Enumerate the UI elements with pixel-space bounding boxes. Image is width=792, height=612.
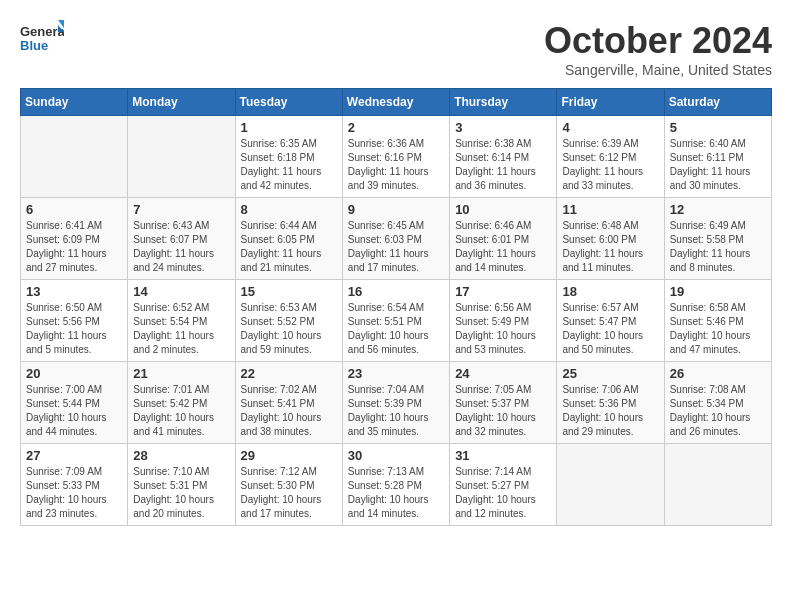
day-info: Sunrise: 6:43 AM Sunset: 6:07 PM Dayligh… <box>133 219 229 275</box>
day-info: Sunrise: 6:45 AM Sunset: 6:03 PM Dayligh… <box>348 219 444 275</box>
day-number: 7 <box>133 202 229 217</box>
calendar-cell: 11Sunrise: 6:48 AM Sunset: 6:00 PM Dayli… <box>557 198 664 280</box>
day-number: 6 <box>26 202 122 217</box>
weekday-header: Friday <box>557 89 664 116</box>
calendar-cell: 27Sunrise: 7:09 AM Sunset: 5:33 PM Dayli… <box>21 444 128 526</box>
day-number: 15 <box>241 284 337 299</box>
day-info: Sunrise: 6:56 AM Sunset: 5:49 PM Dayligh… <box>455 301 551 357</box>
day-number: 8 <box>241 202 337 217</box>
logo-icon: General Blue <box>20 20 64 56</box>
calendar-header: SundayMondayTuesdayWednesdayThursdayFrid… <box>21 89 772 116</box>
day-info: Sunrise: 7:08 AM Sunset: 5:34 PM Dayligh… <box>670 383 766 439</box>
day-info: Sunrise: 6:53 AM Sunset: 5:52 PM Dayligh… <box>241 301 337 357</box>
weekday-header: Tuesday <box>235 89 342 116</box>
calendar-cell: 7Sunrise: 6:43 AM Sunset: 6:07 PM Daylig… <box>128 198 235 280</box>
day-info: Sunrise: 7:13 AM Sunset: 5:28 PM Dayligh… <box>348 465 444 521</box>
day-number: 30 <box>348 448 444 463</box>
calendar-cell: 21Sunrise: 7:01 AM Sunset: 5:42 PM Dayli… <box>128 362 235 444</box>
page-header: General Blue October 2024 Sangerville, M… <box>20 20 772 78</box>
day-number: 2 <box>348 120 444 135</box>
calendar-cell: 14Sunrise: 6:52 AM Sunset: 5:54 PM Dayli… <box>128 280 235 362</box>
day-info: Sunrise: 6:35 AM Sunset: 6:18 PM Dayligh… <box>241 137 337 193</box>
location: Sangerville, Maine, United States <box>544 62 772 78</box>
day-number: 19 <box>670 284 766 299</box>
calendar-cell: 30Sunrise: 7:13 AM Sunset: 5:28 PM Dayli… <box>342 444 449 526</box>
title-block: October 2024 Sangerville, Maine, United … <box>544 20 772 78</box>
calendar-cell: 10Sunrise: 6:46 AM Sunset: 6:01 PM Dayli… <box>450 198 557 280</box>
day-number: 27 <box>26 448 122 463</box>
day-number: 16 <box>348 284 444 299</box>
day-info: Sunrise: 7:14 AM Sunset: 5:27 PM Dayligh… <box>455 465 551 521</box>
day-info: Sunrise: 6:54 AM Sunset: 5:51 PM Dayligh… <box>348 301 444 357</box>
calendar-cell: 16Sunrise: 6:54 AM Sunset: 5:51 PM Dayli… <box>342 280 449 362</box>
day-number: 21 <box>133 366 229 381</box>
calendar-cell: 2Sunrise: 6:36 AM Sunset: 6:16 PM Daylig… <box>342 116 449 198</box>
day-number: 4 <box>562 120 658 135</box>
day-info: Sunrise: 7:05 AM Sunset: 5:37 PM Dayligh… <box>455 383 551 439</box>
month-title: October 2024 <box>544 20 772 62</box>
day-number: 28 <box>133 448 229 463</box>
calendar-cell: 28Sunrise: 7:10 AM Sunset: 5:31 PM Dayli… <box>128 444 235 526</box>
day-info: Sunrise: 7:12 AM Sunset: 5:30 PM Dayligh… <box>241 465 337 521</box>
day-info: Sunrise: 6:58 AM Sunset: 5:46 PM Dayligh… <box>670 301 766 357</box>
weekday-header: Saturday <box>664 89 771 116</box>
day-info: Sunrise: 7:10 AM Sunset: 5:31 PM Dayligh… <box>133 465 229 521</box>
day-number: 3 <box>455 120 551 135</box>
calendar-cell <box>664 444 771 526</box>
day-number: 5 <box>670 120 766 135</box>
calendar-cell: 22Sunrise: 7:02 AM Sunset: 5:41 PM Dayli… <box>235 362 342 444</box>
day-number: 1 <box>241 120 337 135</box>
calendar-cell: 13Sunrise: 6:50 AM Sunset: 5:56 PM Dayli… <box>21 280 128 362</box>
logo: General Blue <box>20 20 64 56</box>
calendar-cell: 29Sunrise: 7:12 AM Sunset: 5:30 PM Dayli… <box>235 444 342 526</box>
calendar-cell <box>21 116 128 198</box>
day-info: Sunrise: 6:46 AM Sunset: 6:01 PM Dayligh… <box>455 219 551 275</box>
day-info: Sunrise: 7:00 AM Sunset: 5:44 PM Dayligh… <box>26 383 122 439</box>
day-number: 12 <box>670 202 766 217</box>
calendar-cell <box>128 116 235 198</box>
calendar-cell: 23Sunrise: 7:04 AM Sunset: 5:39 PM Dayli… <box>342 362 449 444</box>
day-number: 17 <box>455 284 551 299</box>
day-number: 23 <box>348 366 444 381</box>
calendar-cell: 8Sunrise: 6:44 AM Sunset: 6:05 PM Daylig… <box>235 198 342 280</box>
calendar-cell: 9Sunrise: 6:45 AM Sunset: 6:03 PM Daylig… <box>342 198 449 280</box>
day-info: Sunrise: 6:49 AM Sunset: 5:58 PM Dayligh… <box>670 219 766 275</box>
day-number: 14 <box>133 284 229 299</box>
day-info: Sunrise: 7:06 AM Sunset: 5:36 PM Dayligh… <box>562 383 658 439</box>
day-number: 13 <box>26 284 122 299</box>
day-number: 11 <box>562 202 658 217</box>
calendar-cell: 24Sunrise: 7:05 AM Sunset: 5:37 PM Dayli… <box>450 362 557 444</box>
day-info: Sunrise: 6:50 AM Sunset: 5:56 PM Dayligh… <box>26 301 122 357</box>
calendar-cell: 15Sunrise: 6:53 AM Sunset: 5:52 PM Dayli… <box>235 280 342 362</box>
day-info: Sunrise: 6:52 AM Sunset: 5:54 PM Dayligh… <box>133 301 229 357</box>
svg-text:General: General <box>20 24 64 39</box>
day-number: 10 <box>455 202 551 217</box>
day-info: Sunrise: 6:48 AM Sunset: 6:00 PM Dayligh… <box>562 219 658 275</box>
calendar-cell: 6Sunrise: 6:41 AM Sunset: 6:09 PM Daylig… <box>21 198 128 280</box>
day-info: Sunrise: 7:04 AM Sunset: 5:39 PM Dayligh… <box>348 383 444 439</box>
day-number: 29 <box>241 448 337 463</box>
weekday-header: Wednesday <box>342 89 449 116</box>
day-info: Sunrise: 6:38 AM Sunset: 6:14 PM Dayligh… <box>455 137 551 193</box>
day-info: Sunrise: 7:09 AM Sunset: 5:33 PM Dayligh… <box>26 465 122 521</box>
day-number: 22 <box>241 366 337 381</box>
calendar-cell: 5Sunrise: 6:40 AM Sunset: 6:11 PM Daylig… <box>664 116 771 198</box>
calendar-cell: 25Sunrise: 7:06 AM Sunset: 5:36 PM Dayli… <box>557 362 664 444</box>
day-number: 20 <box>26 366 122 381</box>
calendar-cell: 12Sunrise: 6:49 AM Sunset: 5:58 PM Dayli… <box>664 198 771 280</box>
day-number: 18 <box>562 284 658 299</box>
weekday-header: Sunday <box>21 89 128 116</box>
calendar-cell: 31Sunrise: 7:14 AM Sunset: 5:27 PM Dayli… <box>450 444 557 526</box>
calendar-table: SundayMondayTuesdayWednesdayThursdayFrid… <box>20 88 772 526</box>
weekday-header: Thursday <box>450 89 557 116</box>
calendar-body: 1Sunrise: 6:35 AM Sunset: 6:18 PM Daylig… <box>21 116 772 526</box>
calendar-cell: 17Sunrise: 6:56 AM Sunset: 5:49 PM Dayli… <box>450 280 557 362</box>
calendar-cell: 18Sunrise: 6:57 AM Sunset: 5:47 PM Dayli… <box>557 280 664 362</box>
day-number: 25 <box>562 366 658 381</box>
calendar-cell: 26Sunrise: 7:08 AM Sunset: 5:34 PM Dayli… <box>664 362 771 444</box>
calendar-cell: 19Sunrise: 6:58 AM Sunset: 5:46 PM Dayli… <box>664 280 771 362</box>
day-number: 24 <box>455 366 551 381</box>
day-number: 9 <box>348 202 444 217</box>
day-info: Sunrise: 6:40 AM Sunset: 6:11 PM Dayligh… <box>670 137 766 193</box>
day-info: Sunrise: 6:57 AM Sunset: 5:47 PM Dayligh… <box>562 301 658 357</box>
